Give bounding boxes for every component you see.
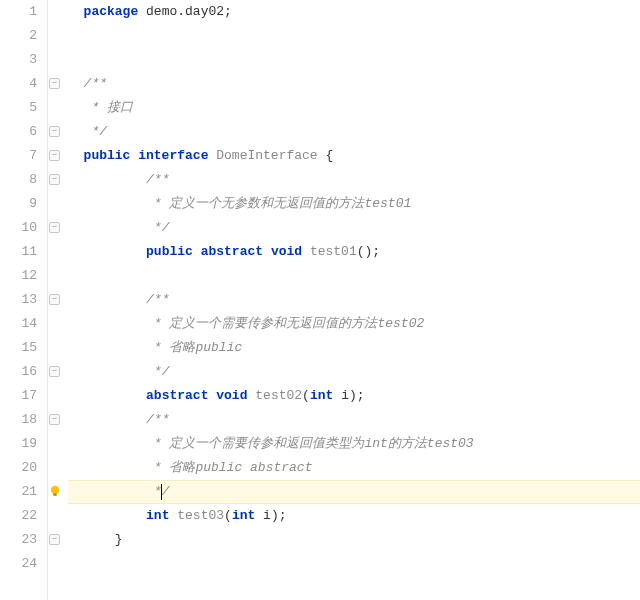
fold-toggle-icon[interactable]: −: [49, 294, 60, 305]
token-comment: */: [115, 220, 170, 235]
line-number: 13: [0, 288, 37, 312]
fold-toggle-icon[interactable]: −: [49, 414, 60, 425]
code-line[interactable]: [68, 264, 640, 288]
code-editor[interactable]: 123456789101112131415161718192021222324 …: [0, 0, 640, 600]
fold-toggle-icon[interactable]: −: [49, 150, 60, 161]
code-line[interactable]: [68, 48, 640, 72]
code-line[interactable]: [68, 24, 640, 48]
token-comment: /**: [115, 292, 170, 307]
token-kw: package: [84, 4, 146, 19]
code-line[interactable]: }: [68, 528, 640, 552]
token-cls: DomeInterface: [216, 148, 325, 163]
line-number: 3: [0, 48, 37, 72]
token-kw: public: [146, 244, 201, 259]
token-comment: * 省略public: [115, 340, 242, 355]
line-number-gutter: 123456789101112131415161718192021222324: [0, 0, 48, 600]
line-number: 10: [0, 216, 37, 240]
token-punc: demo.day02: [146, 4, 224, 19]
code-line[interactable]: * 定义一个需要传参和返回值类型为int的方法test03: [68, 432, 640, 456]
line-number: 2: [0, 24, 37, 48]
fold-toggle-icon[interactable]: −: [49, 534, 60, 545]
code-line[interactable]: package demo.day02;: [68, 0, 640, 24]
token-comment: */: [115, 364, 170, 379]
code-line[interactable]: /**: [68, 288, 640, 312]
token-comment: * 省略public abstract: [115, 460, 313, 475]
token-punc: [115, 508, 146, 523]
token-punc: i: [263, 508, 271, 523]
svg-point-0: [51, 486, 59, 494]
token-semi: ;: [224, 4, 232, 19]
token-type: int: [310, 388, 341, 403]
token-comment: * 定义一个需要传参和无返回值的方法test02: [115, 316, 424, 331]
fold-column: −−−−−−−−−: [48, 0, 62, 600]
line-number: 9: [0, 192, 37, 216]
code-line[interactable]: int test03(int i);: [68, 504, 640, 528]
code-line[interactable]: /**: [68, 72, 640, 96]
line-number: 5: [0, 96, 37, 120]
fold-toggle-icon[interactable]: −: [49, 366, 60, 377]
fold-toggle-icon[interactable]: −: [49, 174, 60, 185]
token-comment: *: [115, 484, 162, 499]
token-method: test03: [177, 508, 224, 523]
token-punc: {: [325, 148, 333, 163]
token-comment: * 接口: [84, 100, 133, 115]
token-type: void: [271, 244, 310, 259]
fold-toggle-icon[interactable]: −: [49, 126, 60, 137]
token-method: test01: [310, 244, 357, 259]
token-punc: [115, 244, 146, 259]
token-comment: * 定义一个无参数和无返回值的方法test01: [115, 196, 411, 211]
line-number: 19: [0, 432, 37, 456]
code-line[interactable]: public abstract void test01();: [68, 240, 640, 264]
token-type: int: [232, 508, 263, 523]
token-kw: abstract: [201, 244, 271, 259]
line-number: 7: [0, 144, 37, 168]
token-type: void: [216, 388, 255, 403]
token-comment: /**: [115, 172, 170, 187]
code-line[interactable]: * 省略public abstract: [68, 456, 640, 480]
code-line[interactable]: * 接口: [68, 96, 640, 120]
line-number: 23: [0, 528, 37, 552]
code-line[interactable]: * 定义一个需要传参和无返回值的方法test02: [68, 312, 640, 336]
token-punc: (: [224, 508, 232, 523]
code-line[interactable]: */: [68, 480, 640, 504]
line-number: 8: [0, 168, 37, 192]
code-line[interactable]: */: [68, 360, 640, 384]
fold-toggle-icon[interactable]: −: [49, 222, 60, 233]
token-punc: }: [115, 532, 123, 547]
line-number: 12: [0, 264, 37, 288]
code-line[interactable]: */: [68, 120, 640, 144]
token-punc: i: [341, 388, 349, 403]
token-punc: [115, 388, 146, 403]
code-line[interactable]: * 省略public: [68, 336, 640, 360]
token-punc: (: [302, 388, 310, 403]
code-line[interactable]: public interface DomeInterface {: [68, 144, 640, 168]
svg-rect-1: [53, 494, 57, 496]
token-method: test02: [255, 388, 302, 403]
code-area[interactable]: package demo.day02; /** * 接口 */ public i…: [62, 0, 640, 600]
token-punc: );: [349, 388, 365, 403]
line-number: 18: [0, 408, 37, 432]
line-number: 17: [0, 384, 37, 408]
line-number: 14: [0, 312, 37, 336]
token-kw: abstract: [146, 388, 216, 403]
token-kw: public: [84, 148, 139, 163]
line-number: 1: [0, 0, 37, 24]
code-line[interactable]: abstract void test02(int i);: [68, 384, 640, 408]
code-line[interactable]: [68, 552, 640, 576]
line-number: 16: [0, 360, 37, 384]
intention-bulb-icon[interactable]: [48, 484, 62, 498]
line-number: 11: [0, 240, 37, 264]
token-type: int: [146, 508, 177, 523]
code-line[interactable]: * 定义一个无参数和无返回值的方法test01: [68, 192, 640, 216]
token-kw: interface: [138, 148, 216, 163]
code-line[interactable]: */: [68, 216, 640, 240]
token-comment: /**: [84, 76, 107, 91]
fold-toggle-icon[interactable]: −: [49, 78, 60, 89]
line-number: 22: [0, 504, 37, 528]
token-punc: ();: [357, 244, 380, 259]
line-number: 20: [0, 456, 37, 480]
code-line[interactable]: /**: [68, 168, 640, 192]
line-number: 21: [0, 480, 37, 504]
code-line[interactable]: /**: [68, 408, 640, 432]
line-number: 15: [0, 336, 37, 360]
